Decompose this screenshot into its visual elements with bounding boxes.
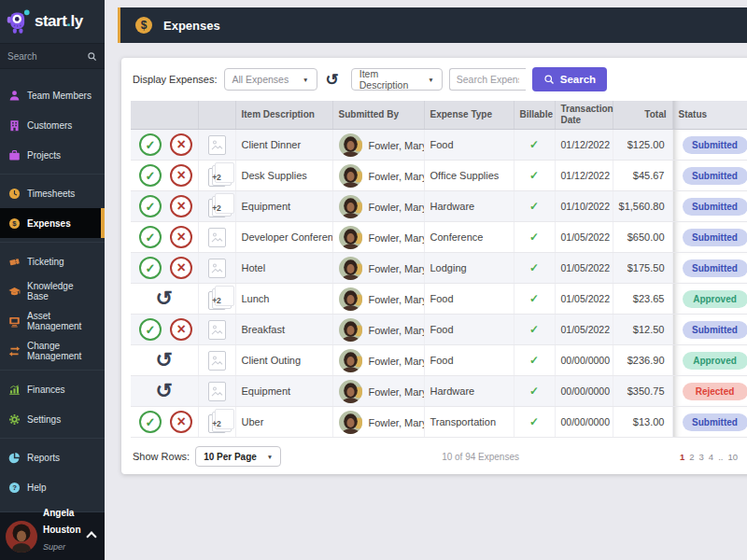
page-ellipsis: ..	[718, 452, 723, 462]
approve-button[interactable]	[139, 133, 162, 156]
reject-button[interactable]	[170, 195, 192, 217]
transaction-date: 00/00/0000	[555, 407, 613, 438]
user-block[interactable]: Angela Houston Super User	[0, 511, 105, 560]
submitter-name: Fowler, Mary	[369, 355, 425, 366]
expenses-table: Item Description Submitted By Expense Ty…	[131, 101, 747, 438]
col-submitted-by: Submitted By	[332, 101, 424, 130]
receipt-image-stack-icon[interactable]: +2	[208, 168, 226, 187]
transaction-date: 01/05/2022	[555, 222, 613, 253]
col-total: Total	[613, 101, 672, 130]
billable-check-icon	[529, 200, 539, 213]
expense-type: Food	[424, 284, 514, 315]
submitter-avatar	[339, 380, 362, 403]
receipt-image-icon[interactable]	[208, 259, 226, 278]
approve-button[interactable]	[139, 411, 162, 433]
approve-button[interactable]	[139, 226, 162, 248]
total-amount: $650.00	[613, 222, 672, 253]
ticket-icon	[8, 256, 21, 268]
gear-icon	[8, 413, 21, 426]
search-field-value: Item Description	[359, 68, 421, 91]
status-badge: Submitted	[683, 413, 747, 431]
status-badge: Approved	[683, 290, 747, 308]
table-row: Equipment Fowler, Mary Hardware 00/00/00…	[131, 376, 747, 407]
approve-button[interactable]	[139, 195, 162, 217]
show-rows-label: Show Rows:	[133, 451, 190, 462]
approve-button[interactable]	[139, 318, 162, 341]
billable-check-icon	[529, 231, 539, 244]
chevron-down-icon: ▼	[428, 77, 433, 83]
sidebar-item-reports[interactable]: Reports	[0, 442, 105, 472]
receipt-image-icon[interactable]	[208, 382, 226, 401]
sidebar-item-expenses[interactable]: Expenses	[0, 208, 105, 238]
reject-button[interactable]	[170, 318, 192, 341]
submitter-name: Fowler, Mary	[369, 201, 425, 212]
sidebar-item-team-members[interactable]: Team Members	[0, 80, 105, 110]
refresh-button[interactable]	[324, 72, 341, 88]
pie-chart-icon	[8, 452, 21, 464]
search-field-select[interactable]: Item Description ▼	[351, 68, 443, 91]
undo-button[interactable]	[156, 288, 173, 309]
receipt-image-icon[interactable]	[208, 351, 226, 371]
sidebar-item-projects[interactable]: Projects	[0, 140, 105, 170]
sidebar-item-customers[interactable]: Customers	[0, 110, 105, 140]
page-4[interactable]: 4	[709, 452, 713, 462]
page-3[interactable]: 3	[699, 452, 704, 462]
expense-type: Transportation	[424, 407, 514, 438]
search-expenses-input[interactable]	[449, 68, 526, 91]
undo-button[interactable]	[156, 381, 173, 401]
page-1[interactable]: 1	[680, 452, 684, 462]
sidebar-item-asset-management[interactable]: Asset Management	[0, 306, 105, 336]
robot-mascot-icon	[6, 8, 32, 35]
display-expenses-select[interactable]: All Expenses ▼	[224, 68, 317, 91]
page-2[interactable]: 2	[689, 452, 694, 462]
submitter-avatar	[339, 349, 362, 372]
page-10[interactable]: 10	[727, 452, 738, 462]
dollar-coin-icon: $	[135, 17, 152, 34]
chevron-up-icon[interactable]	[86, 531, 96, 541]
submitter-avatar	[339, 287, 362, 311]
receipt-image-stack-icon[interactable]: +2	[208, 199, 226, 217]
sidebar-item-ticketing[interactable]: Ticketing	[0, 246, 105, 276]
approve-button[interactable]	[139, 257, 162, 279]
sidebar-item-change-management[interactable]: Change Management	[0, 336, 105, 366]
item-description: Equipment	[242, 385, 291, 397]
item-description: Client Outing	[242, 355, 302, 366]
receipt-image-stack-icon[interactable]: +2	[208, 414, 226, 433]
approve-button[interactable]	[139, 164, 162, 187]
sidebar-item-timesheets[interactable]: Timesheets	[0, 178, 105, 208]
reject-button[interactable]	[170, 133, 192, 156]
receipt-image-icon[interactable]	[208, 320, 226, 340]
bar-chart-icon	[8, 384, 21, 396]
item-description: Hotel	[242, 262, 266, 273]
row-attachments: +2	[198, 407, 235, 438]
sidebar-item-help[interactable]: Help	[0, 472, 105, 502]
total-amount: $125.00	[613, 130, 672, 161]
undo-button[interactable]	[156, 350, 173, 371]
sidebar-nav: Team Members Customers Projects Timeshee…	[0, 69, 105, 511]
sidebar-search-input[interactable]	[7, 51, 87, 62]
reject-button[interactable]	[170, 226, 192, 248]
reject-button[interactable]	[170, 411, 192, 433]
submitter-avatar	[339, 411, 362, 434]
transaction-date: 01/10/2022	[555, 191, 613, 222]
receipt-image-icon[interactable]	[208, 228, 226, 247]
submitter-avatar	[339, 164, 362, 188]
reject-button[interactable]	[170, 164, 192, 187]
search-button[interactable]: Search	[532, 67, 607, 91]
swap-arrows-icon	[8, 345, 21, 357]
check-icon	[146, 262, 156, 274]
rows-per-page-select[interactable]: 10 Per Page ▼	[195, 446, 281, 467]
sidebar-item-finances[interactable]: Finances	[0, 374, 105, 404]
receipt-image-stack-icon[interactable]: +2	[208, 291, 226, 310]
billable-check-icon	[529, 138, 539, 151]
filter-bar: Display Expenses: All Expenses ▼ Item De…	[121, 58, 747, 101]
display-expenses-value: All Expenses	[233, 74, 289, 85]
receipt-image-icon[interactable]	[208, 135, 226, 155]
x-icon	[176, 230, 185, 245]
sidebar-item-settings[interactable]: Settings	[0, 404, 105, 434]
status-badge: Submitted	[683, 198, 747, 216]
sidebar-item-knowledge-base[interactable]: Knowledge Base	[0, 276, 105, 306]
table-row: Breakfast Fowler, Mary Food 01/05/2022 $…	[131, 315, 747, 345]
item-description: Equipment	[242, 201, 291, 212]
reject-button[interactable]	[170, 257, 192, 279]
